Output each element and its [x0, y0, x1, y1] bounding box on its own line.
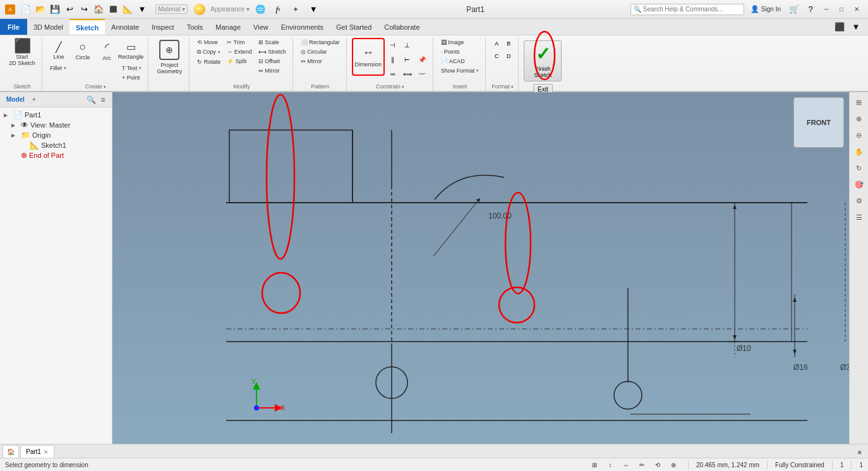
tab-sketch[interactable]: Sketch [69, 19, 105, 35]
save-btn[interactable]: 💾 [48, 3, 62, 16]
tree-item-endofpart[interactable]: ⊗ End of Part [3, 150, 109, 160]
format-icon2[interactable]: B [503, 38, 514, 49]
tab-getstarted[interactable]: Get Started [330, 19, 378, 35]
tab-annotate[interactable]: Annotate [105, 19, 145, 35]
finish-sketch-button[interactable]: ✓ Finish Sketch [524, 40, 562, 81]
point-button[interactable]: + Point [119, 73, 144, 82]
status-infer-icon[interactable]: ⟲ [651, 458, 665, 472]
tab-environments[interactable]: Environments [275, 19, 330, 35]
copy-button[interactable]: ⧉ Copy ▾ [195, 47, 223, 57]
status-ortho-icon[interactable]: ↔ [619, 458, 633, 472]
tab-tools[interactable]: Tools [181, 19, 210, 35]
tree-item-origin[interactable]: ▶ 📁 Origin [3, 130, 109, 140]
cart-icon[interactable]: 🛒 [787, 3, 801, 16]
minimize-button[interactable]: ─ [820, 4, 833, 15]
down-arrow-btn[interactable]: ▼ [306, 3, 320, 16]
stretch-button[interactable]: ⟷ Stretch [256, 47, 289, 56]
tab-part1[interactable]: Part1 ✕ [20, 445, 54, 458]
offset-button[interactable]: ⊟ Offset [256, 57, 289, 66]
mirror-pattern-button[interactable]: ⇔ Mirror [298, 57, 342, 66]
nav-settings[interactable]: ⚙ [852, 193, 867, 208]
nav-zoom-extents[interactable]: ⊞ [852, 95, 867, 110]
nav-zoom-out[interactable]: ⊖ [852, 128, 867, 143]
mirror-button[interactable]: ⇔ Mirror [256, 66, 289, 75]
status-origin-icon[interactable]: ⊕ [666, 458, 680, 472]
search-panel-icon[interactable]: 🔍 [86, 95, 96, 105]
home-nav-btn[interactable]: 🏠 [92, 3, 105, 16]
tab-manage[interactable]: Manage [209, 19, 247, 35]
appearance-dropdown[interactable]: Appearance ▾ [210, 6, 250, 13]
acad-button[interactable]: 📄 ACAD [438, 57, 482, 66]
show-format-button[interactable]: Show Format ▾ [438, 66, 482, 75]
tab-add[interactable]: + [30, 95, 39, 104]
undo-btn[interactable]: ↩ [63, 3, 76, 16]
tab-file[interactable]: File [0, 19, 27, 35]
trim-button[interactable]: ✂ Trim [224, 38, 255, 47]
arc-button[interactable]: ◜ Arc [95, 38, 118, 63]
constrain-equal-icon[interactable]: ═ [386, 67, 400, 81]
tree-item-part1[interactable]: ▶ 📄 Part1 [3, 110, 109, 120]
surface-icon[interactable]: 🌐 [253, 3, 267, 16]
tab-inspect[interactable]: Inspect [145, 19, 180, 35]
constrain-v-icon[interactable]: ⊥ [401, 38, 414, 52]
help-icon[interactable]: ? [804, 3, 817, 16]
move-button[interactable]: ⟲ Move [195, 38, 223, 47]
constrain-parallel-icon[interactable]: ∥ [386, 52, 400, 66]
tree-item-viewmaster[interactable]: ▶ 👁 View: Master [3, 120, 109, 130]
start-2d-sketch-button[interactable]: ⬛ Start 2D Sketch [6, 38, 38, 68]
tab-collaborate[interactable]: Collaborate [378, 19, 426, 35]
fillet-button[interactable]: Fillet ▾ [47, 64, 70, 73]
status-snap-icon[interactable]: ↕ [603, 458, 617, 472]
search-input[interactable] [643, 6, 741, 13]
nav-pan[interactable]: ✋ [852, 144, 867, 159]
format-icon3[interactable]: C [491, 51, 502, 62]
tabs-menu-icon[interactable]: ≡ [854, 446, 865, 458]
constrain-smooth-icon[interactable]: 〰 [415, 67, 429, 81]
view-cube[interactable]: FRONT [793, 97, 844, 148]
open-btn[interactable]: 📂 [33, 3, 47, 16]
line-button[interactable]: ╱ Line [47, 38, 70, 63]
nav-full-nav[interactable]: ☰ [852, 210, 867, 225]
rotate-button[interactable]: ↻ Rotate [195, 57, 223, 66]
status-grid-icon[interactable]: ⊞ [588, 458, 601, 472]
tree-item-sketch1[interactable]: 📐 Sketch1 [3, 140, 109, 150]
dimension-button[interactable]: ↔ Dimension [352, 38, 385, 76]
rectangular-button[interactable]: ⬜ Rectangular [298, 38, 342, 47]
image-button[interactable]: 🖼 Image [438, 38, 482, 47]
tab-view[interactable]: View [247, 19, 275, 35]
constrain-perp-icon[interactable]: ⊢ [401, 52, 414, 66]
status-sketch-icon[interactable]: ✏ [635, 458, 649, 472]
constrain-h-icon[interactable]: ⊣ [386, 38, 400, 52]
fx-icon[interactable]: fx [271, 3, 285, 16]
circular-pattern-button[interactable]: ◎ Circular [298, 47, 342, 56]
rectangle-button[interactable]: ▭ Rectangle [119, 38, 142, 63]
ribbon-more-icon[interactable]: ▼ [849, 20, 863, 34]
circle-button[interactable]: ○ Circle [71, 38, 94, 63]
format-icon4[interactable]: D [503, 51, 514, 62]
split-button[interactable]: ⚡ Split [224, 57, 255, 66]
constrain-sym-icon[interactable]: ⟺ [401, 67, 414, 81]
nav-zoom-in[interactable]: ⊕ [852, 111, 867, 126]
tab-model[interactable]: Model [4, 95, 27, 104]
sketch-nav-btn[interactable]: ⬛ [106, 3, 120, 16]
tab-3dmodel[interactable]: 3D Model [27, 19, 69, 35]
new-btn[interactable]: 📄 [19, 3, 33, 16]
ribbon-expand-icon[interactable]: ⬛ [833, 20, 847, 34]
more-btn[interactable]: ▼ [135, 3, 149, 16]
scale-button[interactable]: ⊞ Scale [256, 38, 289, 47]
menu-panel-icon[interactable]: ≡ [98, 95, 108, 105]
measure-btn[interactable]: 📐 [121, 3, 135, 16]
sign-in-button[interactable]: 👤 Sign In [747, 4, 785, 14]
search-box[interactable]: 🔍 [630, 4, 744, 15]
constrain-fix-icon[interactable]: 📌 [415, 52, 429, 66]
extend-button[interactable]: ↔ Extend [224, 47, 255, 56]
maximize-button[interactable]: □ [835, 4, 848, 15]
tab-close-part1[interactable]: ✕ [44, 449, 49, 455]
nav-look-at[interactable]: 🎯 [852, 177, 867, 192]
nav-orbit[interactable]: ↻ [852, 160, 867, 176]
tab-home[interactable]: 🏠 [3, 445, 19, 458]
material-dropdown[interactable]: Material ▾ [155, 4, 188, 14]
close-button[interactable]: ✕ [850, 4, 863, 15]
redo-btn[interactable]: ↪ [77, 3, 91, 16]
format-icon1[interactable]: A [491, 38, 502, 49]
